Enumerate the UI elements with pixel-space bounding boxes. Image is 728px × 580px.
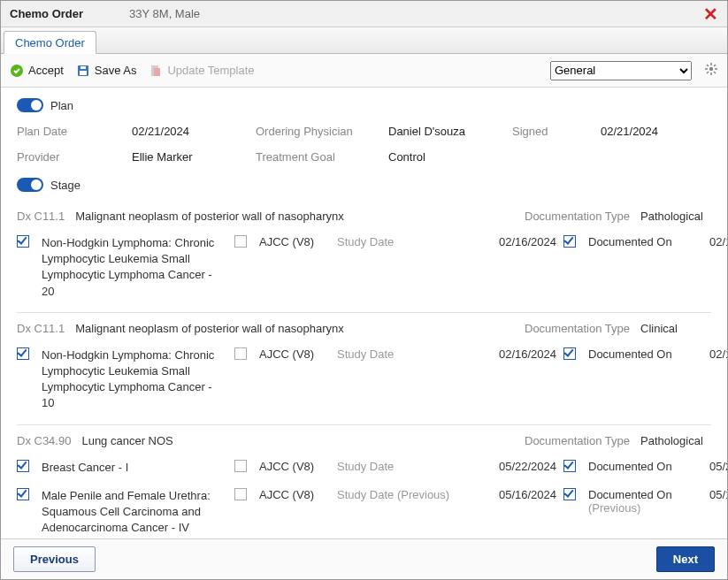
plan-date-value: 02/21/2024 bbox=[132, 125, 256, 138]
template-select[interactable]: General bbox=[550, 61, 692, 80]
documentation-type-value: Pathological bbox=[640, 210, 711, 223]
dx-description: Lung cancer NOS bbox=[81, 434, 172, 447]
stage-label: Stage bbox=[50, 179, 80, 192]
ajcc-checkbox[interactable] bbox=[234, 488, 247, 500]
ajcc-checkbox[interactable] bbox=[234, 235, 247, 248]
plan-section-header: Plan bbox=[17, 93, 711, 121]
svg-rect-3 bbox=[80, 71, 87, 75]
previous-button[interactable]: Previous bbox=[13, 546, 96, 572]
documentation-type-label: Documentation Type bbox=[525, 322, 630, 335]
stage-select-checkbox[interactable] bbox=[17, 488, 29, 500]
dx-code: Dx C34.90 bbox=[17, 434, 71, 447]
update-template-label: Update Template bbox=[167, 64, 254, 77]
stage-row: Breast Cancer - IAJCC (V8)Study Date05/2… bbox=[17, 456, 711, 485]
ajcc-checkbox[interactable] bbox=[234, 460, 247, 472]
svg-line-12 bbox=[714, 72, 716, 73]
content-area[interactable]: Plan Plan Date 02/21/2024 Ordering Physi… bbox=[1, 88, 727, 538]
tab-chemo-order[interactable]: Chemo Order bbox=[4, 31, 96, 54]
study-date-label: Study Date bbox=[337, 235, 479, 248]
documentation-type-label: Documentation Type bbox=[525, 434, 630, 447]
toolbar: Accept Save As Update Template General bbox=[1, 54, 727, 88]
ajcc-checkbox[interactable] bbox=[234, 347, 247, 360]
accept-button[interactable]: Accept bbox=[10, 64, 64, 78]
documented-checkbox[interactable] bbox=[563, 235, 576, 248]
svg-line-11 bbox=[707, 65, 709, 66]
gear-icon[interactable] bbox=[704, 62, 718, 79]
ordering-physician-value: Daniel D'souza bbox=[388, 125, 512, 138]
dx-description: Malignant neoplasm of posterior wall of … bbox=[75, 210, 344, 223]
dx-code: Dx C11.1 bbox=[17, 210, 65, 223]
stage-row: Non-Hodgkin Lymphoma: Chronic Lymphocyti… bbox=[17, 344, 711, 421]
ajcc-version: AJCC (V8) bbox=[259, 460, 330, 473]
saveas-button[interactable]: Save As bbox=[76, 64, 137, 78]
documentation-type-value: Pathological bbox=[640, 434, 711, 447]
documentation-type-value: Clinical bbox=[640, 322, 711, 335]
documented-on-label: Documented On bbox=[588, 460, 694, 473]
next-button[interactable]: Next bbox=[656, 546, 715, 572]
signed-value: 02/21/2024 bbox=[583, 125, 711, 138]
stage-row: Non-Hodgkin Lymphoma: Chronic Lymphocyti… bbox=[17, 232, 711, 309]
provider-value: Ellie Marker bbox=[132, 150, 256, 164]
stage-select-checkbox[interactable] bbox=[17, 460, 29, 472]
stage-name: Non-Hodgkin Lymphoma: Chronic Lymphocyti… bbox=[42, 347, 227, 412]
dx-block: Dx C34.90Lung cancer NOSDocumentation Ty… bbox=[17, 425, 711, 539]
study-date-label: Study Date bbox=[337, 460, 479, 473]
ajcc-version: AJCC (V8) bbox=[259, 235, 330, 248]
svg-point-6 bbox=[709, 67, 713, 71]
tab-strip: Chemo Order bbox=[1, 27, 727, 54]
tab-label: Chemo Order bbox=[15, 36, 85, 50]
dx-header: Dx C34.90Lung cancer NOSDocumentation Ty… bbox=[17, 434, 711, 456]
title-bar: Chemo Order 33Y 8M, Male ✕ bbox=[1, 1, 727, 27]
check-circle-icon bbox=[10, 64, 24, 78]
update-template-button[interactable]: Update Template bbox=[149, 64, 254, 78]
study-date-value: 02/16/2024 bbox=[486, 235, 556, 248]
stage-name: Male Penile and Female Urethra: Squamous… bbox=[42, 488, 227, 538]
documented-on-value: 05/16/2024 bbox=[701, 488, 727, 501]
ordering-physician-label: Ordering Physician bbox=[256, 125, 388, 138]
stage-toggle[interactable] bbox=[17, 178, 43, 192]
saveas-label: Save As bbox=[95, 64, 137, 77]
close-icon[interactable]: ✕ bbox=[703, 5, 718, 23]
study-date-value: 05/22/2024 bbox=[486, 460, 556, 473]
treatment-goal-label: Treatment Goal bbox=[256, 150, 388, 164]
documented-on-value: 02/16/2024 bbox=[701, 235, 727, 248]
plan-date-label: Plan Date bbox=[17, 125, 132, 138]
documented-checkbox[interactable] bbox=[563, 460, 576, 472]
documented-on-value: 02/16/2024 bbox=[701, 347, 727, 361]
dx-block: Dx C11.1Malignant neoplasm of posterior … bbox=[17, 313, 711, 425]
stage-section-header: Stage bbox=[17, 172, 711, 201]
accept-label: Accept bbox=[28, 64, 64, 77]
patient-demographics: 33Y 8M, Male bbox=[129, 7, 200, 20]
documented-on-label: Documented On bbox=[588, 347, 694, 361]
documented-on-label: Documented On bbox=[588, 235, 694, 248]
dx-block: Dx C11.1Malignant neoplasm of posterior … bbox=[17, 201, 711, 313]
provider-label: Provider bbox=[17, 150, 132, 164]
dx-description: Malignant neoplasm of posterior wall of … bbox=[75, 322, 344, 335]
svg-line-14 bbox=[714, 65, 716, 66]
dx-code: Dx C11.1 bbox=[17, 322, 65, 335]
template-icon bbox=[149, 64, 163, 78]
stage-select-checkbox[interactable] bbox=[17, 235, 29, 248]
footer: Previous Next bbox=[1, 538, 727, 579]
svg-rect-2 bbox=[80, 66, 86, 69]
ajcc-version: AJCC (V8) bbox=[259, 488, 330, 501]
study-date-label: Study Date (Previous) bbox=[337, 488, 479, 501]
save-icon bbox=[76, 64, 90, 78]
study-date-value: 05/16/2024 bbox=[486, 488, 556, 501]
treatment-goal-value: Control bbox=[388, 150, 512, 164]
svg-rect-5 bbox=[154, 68, 160, 76]
study-date-value: 02/16/2024 bbox=[486, 347, 556, 361]
study-date-label: Study Date bbox=[337, 347, 479, 361]
svg-line-13 bbox=[707, 72, 709, 73]
plan-info-grid: Plan Date 02/21/2024 Ordering Physician … bbox=[17, 121, 711, 172]
stage-name: Non-Hodgkin Lymphoma: Chronic Lymphocyti… bbox=[42, 235, 227, 300]
plan-toggle[interactable] bbox=[17, 98, 43, 112]
documented-checkbox[interactable] bbox=[563, 488, 576, 500]
stage-row: Male Penile and Female Urethra: Squamous… bbox=[17, 485, 711, 538]
window-title: Chemo Order bbox=[10, 7, 83, 20]
documented-on-label: Documented On(Previous) bbox=[588, 488, 694, 515]
stage-name: Breast Cancer - I bbox=[42, 460, 227, 476]
stage-select-checkbox[interactable] bbox=[17, 347, 29, 360]
documentation-type-label: Documentation Type bbox=[525, 210, 630, 223]
documented-checkbox[interactable] bbox=[563, 347, 576, 360]
